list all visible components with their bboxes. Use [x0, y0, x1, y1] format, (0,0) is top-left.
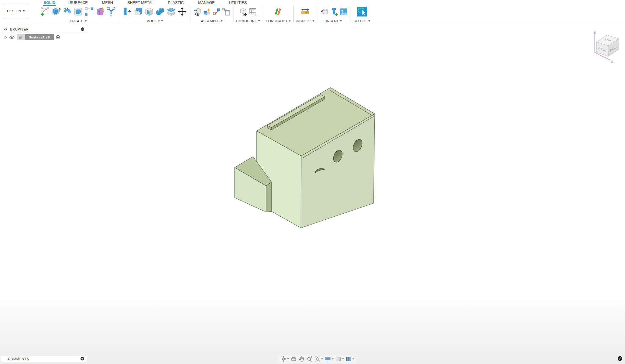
minimize-panel-icon[interactable] — [81, 27, 85, 31]
look-at-button[interactable] — [291, 356, 297, 362]
chevron-down-icon — [340, 20, 342, 22]
visibility-eye-icon[interactable] — [9, 35, 15, 39]
insert-canvas-icon — [339, 7, 348, 16]
zoom-button[interactable] — [306, 356, 313, 362]
fillet-button[interactable] — [133, 6, 143, 17]
select-menu-button[interactable]: SELECT — [354, 19, 370, 23]
insert-fastener-icon — [330, 7, 338, 16]
tab-manage[interactable]: MANAGE — [197, 0, 215, 5]
fusion-window: DESIGN SOLID SURFACE MESH SHEET METAL PL… — [0, 0, 625, 364]
generative-design-button[interactable] — [106, 6, 116, 17]
construct-menu-button[interactable]: CONSTRUCT — [266, 19, 291, 23]
fillet-icon — [133, 6, 143, 17]
move-copy-icon — [177, 6, 187, 17]
create-sketch-button[interactable] — [40, 6, 50, 17]
tab-plastic[interactable]: PLASTIC — [167, 0, 184, 5]
toolbar-tabs: SOLID SURFACE MESH SHEET METAL PLASTIC M… — [43, 0, 247, 5]
tab-sheet-metal[interactable]: SHEET METAL — [127, 0, 154, 5]
chevron-down-icon — [23, 10, 25, 12]
model-block-right[interactable] — [266, 182, 272, 212]
move-copy-button[interactable] — [177, 6, 187, 17]
inspect-menu-button[interactable]: INSPECT — [296, 19, 314, 23]
chevron-down-icon — [332, 359, 334, 359]
new-component-button[interactable] — [203, 7, 211, 16]
tab-utilities[interactable]: UTILITIES — [228, 0, 247, 5]
rectangular-pattern-icon — [84, 6, 94, 17]
combine-button[interactable] — [155, 6, 165, 17]
chevron-down-icon — [161, 20, 163, 22]
modify-menu-button[interactable]: MODIFY — [146, 19, 163, 23]
create-form-icon — [95, 6, 105, 17]
expand-arrow-icon[interactable] — [4, 36, 7, 39]
pan-button[interactable] — [298, 356, 305, 362]
job-status-button[interactable] — [617, 356, 623, 361]
expand-panel-icon[interactable] — [80, 357, 84, 361]
ribbon-groups: CREATE MODIFY — [38, 5, 372, 23]
viewports-button[interactable] — [345, 356, 354, 362]
zoom-window-button[interactable] — [314, 356, 323, 362]
assemble-menu-button[interactable]: ASSEMBLE — [201, 19, 223, 23]
hole-button[interactable] — [73, 6, 83, 17]
orbit-button[interactable] — [280, 356, 289, 362]
joint-button[interactable] — [212, 7, 221, 16]
select-button[interactable] — [357, 6, 367, 17]
configuration-table-icon — [248, 7, 257, 16]
insert-derive-button[interactable] — [320, 7, 329, 16]
measure-button[interactable] — [300, 8, 310, 16]
component-chip[interactable]: Sestava1 v9 — [17, 34, 54, 40]
workspace-label: DESIGN — [7, 9, 21, 13]
grid-icon — [335, 356, 341, 362]
insert-canvas-button[interactable] — [339, 7, 348, 16]
joint-icon — [212, 7, 221, 16]
construction-plane-icon — [273, 7, 283, 16]
model-viewport[interactable] — [232, 82, 378, 232]
split-body-icon — [166, 6, 176, 17]
select-icon — [357, 6, 367, 17]
activate-component-radio[interactable] — [56, 35, 60, 39]
insert-component-button[interactable] — [193, 7, 202, 16]
configuration-button[interactable] — [239, 7, 248, 16]
display-settings-button[interactable] — [325, 356, 334, 362]
grid-and-snaps-button[interactable] — [335, 356, 344, 362]
view-cube[interactable]: Z X TOP FRONT RIGHT — [591, 28, 625, 65]
revolve-button[interactable] — [62, 6, 72, 17]
chevron-down-icon — [321, 359, 323, 359]
configuration-table-button[interactable] — [248, 7, 257, 16]
shell-button[interactable] — [144, 6, 154, 17]
press-pull-button[interactable] — [122, 6, 132, 17]
press-pull-icon — [122, 6, 132, 17]
group-construct: CONSTRUCT — [264, 5, 292, 23]
create-sketch-icon — [40, 6, 50, 17]
split-body-button[interactable] — [166, 6, 176, 17]
tab-mesh[interactable]: MESH — [101, 0, 114, 5]
component-name: Sestava1 v9 — [25, 34, 54, 40]
rectangular-pattern-button[interactable] — [84, 6, 94, 17]
create-menu-button[interactable]: CREATE — [70, 19, 86, 23]
collapse-panel-icon[interactable] — [3, 28, 8, 31]
insert-fastener-button[interactable] — [330, 7, 338, 16]
browser-panel-header[interactable]: BROWSER — [1, 26, 87, 32]
measure-icon — [300, 8, 310, 16]
group-inspect: INSPECT — [295, 5, 316, 23]
extrude-icon — [51, 6, 61, 17]
tab-surface[interactable]: SURFACE — [69, 0, 88, 5]
group-separator — [293, 6, 294, 22]
group-separator — [233, 6, 233, 22]
create-form-button[interactable] — [95, 6, 105, 17]
comments-panel-header[interactable]: COMMENTS — [1, 355, 87, 362]
chevron-down-icon — [342, 359, 344, 359]
insert-menu-button[interactable]: INSERT — [326, 19, 342, 23]
ribbon: DESIGN SOLID SURFACE MESH SHEET METAL PL… — [0, 0, 625, 24]
group-select: SELECT — [352, 5, 372, 23]
workspace-switcher-button[interactable]: DESIGN — [4, 3, 28, 19]
navigation-toolbar — [278, 355, 356, 363]
browser-panel-title: BROWSER — [10, 27, 81, 31]
bill-of-materials-button[interactable] — [222, 7, 230, 16]
group-modify: MODIFY — [121, 5, 189, 23]
extrude-button[interactable] — [51, 6, 61, 17]
construction-plane-button[interactable] — [273, 7, 283, 16]
chevron-down-icon — [368, 20, 370, 22]
group-create: CREATE — [38, 5, 118, 23]
configure-menu-button[interactable]: CONFIGURE — [236, 19, 260, 23]
browser-component-row[interactable]: Sestava1 v9 — [4, 34, 60, 41]
